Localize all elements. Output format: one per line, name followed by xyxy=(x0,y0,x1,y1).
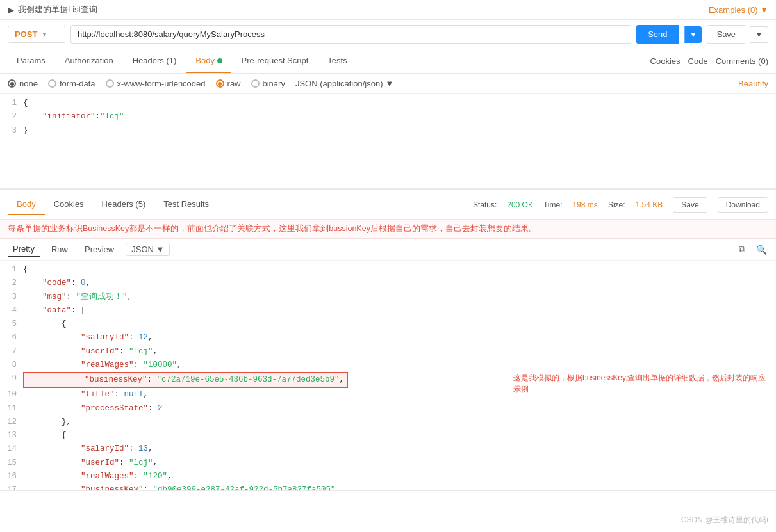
radio-form-data[interactable]: form-data xyxy=(48,79,95,88)
send-button[interactable]: Send xyxy=(636,25,679,44)
time-label: Time: xyxy=(543,200,563,209)
resp-line-3: 3 "msg": "查询成功！", xyxy=(0,291,776,304)
tab-headers[interactable]: Headers (1) xyxy=(124,49,186,73)
resp-line-4: 4 "data": [ xyxy=(0,304,776,318)
resp-tab-test-results[interactable]: Test Results xyxy=(154,194,218,215)
resp-lc-14: "salaryId": 13, xyxy=(23,442,153,456)
radio-urlencoded-dot xyxy=(106,79,114,88)
resp-tab-headers[interactable]: Headers (5) xyxy=(93,194,155,215)
resp-lc-11: "processState": 2 xyxy=(23,402,163,415)
breadcrumb-bar: ▶ 我创建的单据List查询 Examples (0) ▼ xyxy=(0,0,776,20)
response-status: Status: 200 OK Time: 198 ms Size: 1.54 K… xyxy=(473,197,768,213)
tab-params[interactable]: Params xyxy=(8,49,54,73)
resp-lc-4: "data": [ xyxy=(23,304,86,318)
resp-line-15: 15 "userId": "lcj", xyxy=(0,456,776,470)
tab-cookies[interactable]: Cookies xyxy=(650,56,681,66)
radio-urlencoded-label: x-www-form-urlencoded xyxy=(117,79,206,88)
format-preview[interactable]: Preview xyxy=(79,242,119,257)
resp-ln-4: 4 xyxy=(0,304,23,318)
resp-lc-12: }, xyxy=(23,415,71,429)
size-label: Size: xyxy=(608,200,625,209)
resp-tab-cookies[interactable]: Cookies xyxy=(45,194,93,215)
response-format-row: Pretty Raw Preview JSON ▼ ⧉ 🔍 xyxy=(0,239,776,261)
copy-icon[interactable]: ⧉ xyxy=(735,243,749,257)
resp-line-2: 2 "code": 0, xyxy=(0,277,776,290)
save-arrow-button[interactable]: ▼ xyxy=(750,26,768,43)
json-type-label: JSON (application/json) xyxy=(295,79,383,88)
response-save-button[interactable]: Save xyxy=(673,197,707,213)
resp-lc-17: "businessKey": "db90e399-e287-42af-922d-… xyxy=(23,483,340,491)
resp-ln-7: 7 xyxy=(0,345,23,359)
tab-tests[interactable]: Tests xyxy=(318,49,356,73)
resp-line-1: 1 { xyxy=(0,263,776,277)
line-num-1: 1 xyxy=(0,97,23,110)
send-arrow-button[interactable]: ▼ xyxy=(684,26,702,43)
format-pretty[interactable]: Pretty xyxy=(8,241,40,257)
method-chevron-icon: ▼ xyxy=(41,31,47,38)
resp-line-13: 13 { xyxy=(0,429,776,442)
radio-none[interactable]: none xyxy=(8,79,38,88)
code-line-1: 1 { xyxy=(0,97,776,110)
resp-ln-9: 9 xyxy=(0,372,23,388)
resp-ln-12: 12 xyxy=(0,415,23,429)
resp-ln-3: 3 xyxy=(0,291,23,304)
line-num-2: 2 xyxy=(0,110,23,124)
resp-ln-8: 8 xyxy=(0,359,23,372)
breadcrumb-arrow: ▶ xyxy=(8,5,14,15)
resp-ln-6: 6 xyxy=(0,331,23,344)
tab-body[interactable]: Body xyxy=(186,49,231,73)
resp-lc-6: "salaryId": 12, xyxy=(23,331,153,344)
tab-pre-request[interactable]: Pre-request Script xyxy=(233,49,318,73)
body-active-dot xyxy=(217,58,222,63)
resp-ln-10: 10 xyxy=(0,388,23,401)
body-type-row: none form-data x-www-form-urlencoded raw… xyxy=(0,74,776,94)
tab-code[interactable]: Code xyxy=(688,56,708,66)
save-button[interactable]: Save xyxy=(707,25,745,44)
radio-none-label: none xyxy=(19,79,38,88)
response-size: 1.54 KB xyxy=(636,200,663,209)
json-format-select[interactable]: JSON ▼ xyxy=(126,243,170,256)
method-select[interactable]: POST ▼ xyxy=(8,26,65,43)
resp-ln-5: 5 xyxy=(0,318,23,331)
format-icons: ⧉ 🔍 xyxy=(735,243,768,257)
request-tabs: Params Authorization Headers (1) Body Pr… xyxy=(0,49,776,74)
url-input[interactable] xyxy=(70,25,631,44)
resp-ln-16: 16 xyxy=(0,470,23,483)
resp-line-9: 9 "businessKey": "c72a719e-65e5-436b-963… xyxy=(0,372,776,388)
radio-urlencoded[interactable]: x-www-form-urlencoded xyxy=(106,79,206,88)
resp-line-6: 6 "salaryId": 12, xyxy=(0,331,776,344)
resp-line-8: 8 "realWages": "10000", xyxy=(0,359,776,372)
format-raw[interactable]: Raw xyxy=(46,242,73,257)
beautify-button[interactable]: Beautify xyxy=(738,79,768,88)
resp-ln-14: 14 xyxy=(0,442,23,456)
resp-tab-body[interactable]: Body xyxy=(8,194,45,215)
breadcrumb-title: 我创建的单据List查询 xyxy=(18,4,97,15)
examples-button[interactable]: Examples (0) ▼ xyxy=(709,5,768,15)
resp-line-16: 16 "realWages": "120", xyxy=(0,470,776,483)
request-code-editor[interactable]: 1 { 2 "initiator":"lcj" 3 } xyxy=(0,94,776,190)
resp-line-5: 5 { xyxy=(0,318,776,331)
radio-binary[interactable]: binary xyxy=(251,79,285,88)
radio-raw[interactable]: raw xyxy=(216,79,241,88)
response-tabs: Body Cookies Headers (5) Test Results xyxy=(8,194,218,215)
tab-comments[interactable]: Comments (0) xyxy=(716,56,768,66)
annotation-banner-1: 每条单据的业务标识BusinessKey都是不一样的，前面也介绍了关联方式，这里… xyxy=(0,220,776,239)
json-type-select[interactable]: JSON (application/json) ▼ xyxy=(295,79,393,88)
radio-binary-label: binary xyxy=(263,79,285,88)
resp-ln-11: 11 xyxy=(0,402,23,415)
search-icon[interactable]: 🔍 xyxy=(754,243,768,257)
code-line-3: 3 } xyxy=(0,124,776,138)
resp-lc-9: "businessKey": "c72a719e-65e5-436b-963d-… xyxy=(23,372,348,388)
radio-raw-label: raw xyxy=(227,79,241,88)
line-content-2: "initiator":"lcj" xyxy=(23,110,124,124)
right-tabs: Cookies Code Comments (0) xyxy=(650,56,768,66)
response-download-button[interactable]: Download xyxy=(718,197,768,213)
tab-authorization[interactable]: Authorization xyxy=(56,49,122,73)
code-line-2: 2 "initiator":"lcj" xyxy=(0,110,776,124)
resp-lc-2: "code": 0, xyxy=(23,277,90,290)
breadcrumb: ▶ 我创建的单据List查询 xyxy=(8,4,97,15)
radio-form-data-dot xyxy=(48,79,56,88)
resp-line-12: 12 }, xyxy=(0,415,776,429)
radio-binary-dot xyxy=(251,79,260,88)
status-code: 200 OK xyxy=(507,200,533,209)
